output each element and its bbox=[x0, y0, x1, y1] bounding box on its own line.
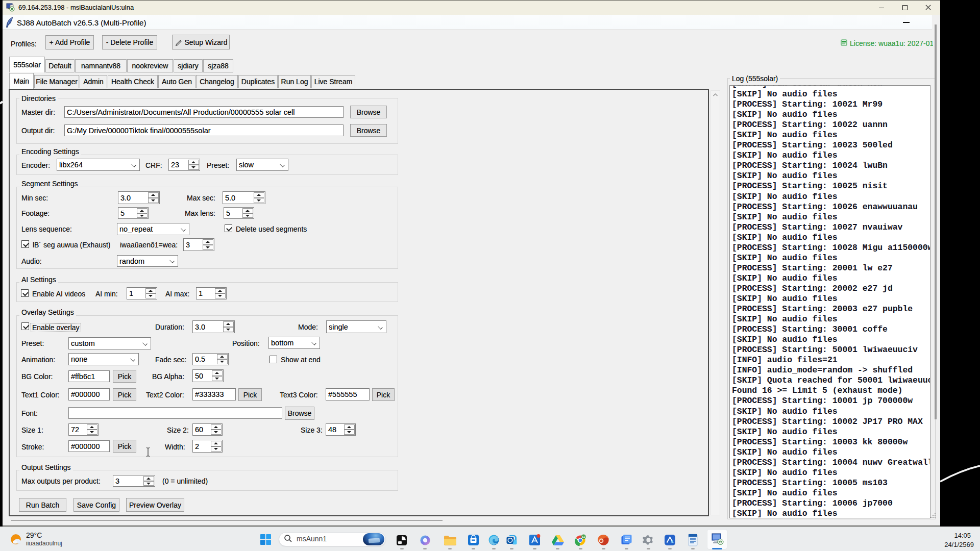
svg-text:SJ: SJ bbox=[582, 535, 585, 538]
